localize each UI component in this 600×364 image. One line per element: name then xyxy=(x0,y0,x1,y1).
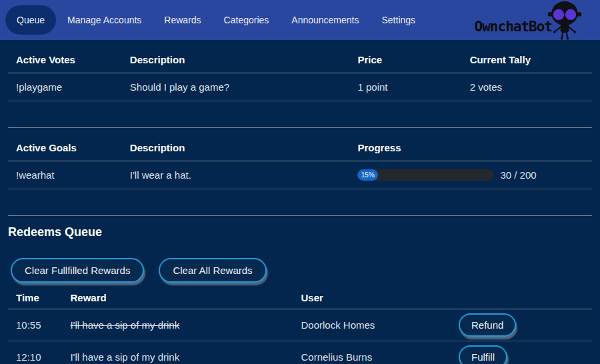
redeem-action-cell: Fulfill xyxy=(451,341,592,364)
redeem-user: Doorlock Homes xyxy=(293,309,451,341)
redeem-user: Cornelius Burns xyxy=(293,341,451,364)
table-row: 12:10 I'll have a sip of my drink Cornel… xyxy=(8,341,592,364)
votes-header-command: Active Votes xyxy=(8,48,122,73)
active-votes-table: Active Votes Description Price Current T… xyxy=(8,48,592,101)
nav-item-queue[interactable]: Queue xyxy=(5,5,56,35)
logo: OwnchatBot xyxy=(475,0,583,40)
redeems-header-row: Time Reward User xyxy=(8,288,592,309)
redeems-queue-table: Time Reward User 10:55 I'll have a sip o… xyxy=(8,288,592,364)
fulfill-button[interactable]: Fulfill xyxy=(459,345,507,364)
vote-tally: 2 votes xyxy=(462,73,592,101)
progress-percent-label: 15% xyxy=(361,172,375,179)
goal-description: I'll wear a hat. xyxy=(122,161,350,189)
nav-item-announcements[interactable]: Announcements xyxy=(280,5,370,35)
redeems-header-user: User xyxy=(293,288,451,309)
section-divider xyxy=(8,215,592,216)
redeem-reward: I'll have a sip of my drink xyxy=(62,309,293,341)
votes-header-row: Active Votes Description Price Current T… xyxy=(8,48,592,73)
redeem-reward: I'll have a sip of my drink xyxy=(62,341,293,364)
vote-command: !playgame xyxy=(8,73,122,101)
vote-description: Should I play a game? xyxy=(122,73,350,101)
redeems-header-time: Time xyxy=(8,288,62,309)
table-row: !wearhat I'll wear a hat. 15% 30 / 200 xyxy=(8,161,592,189)
redeem-time: 12:10 xyxy=(8,341,62,364)
nav-item-categories[interactable]: Categories xyxy=(213,5,281,35)
vote-price: 1 point xyxy=(349,73,461,101)
refund-button[interactable]: Refund xyxy=(459,313,516,337)
votes-header-price: Price xyxy=(349,48,461,73)
section-divider xyxy=(8,127,592,128)
progress-bar-fill: 15% xyxy=(357,169,378,181)
nav-item-manage-accounts[interactable]: Manage Accounts xyxy=(56,5,153,35)
active-goals-table: Active Goals Description Progress !wearh… xyxy=(8,136,592,189)
logo-text: OwnchatBot xyxy=(475,20,552,40)
table-row: !playgame Should I play a game? 1 point … xyxy=(8,73,592,101)
nav-item-rewards[interactable]: Rewards xyxy=(153,5,212,35)
redeems-header-reward: Reward xyxy=(62,288,293,309)
votes-header-tally: Current Tally xyxy=(462,48,592,73)
goals-header-progress: Progress xyxy=(349,136,592,161)
main-content: Active Votes Description Price Current T… xyxy=(8,48,592,364)
goals-header-row: Active Goals Description Progress xyxy=(8,136,592,161)
goal-command: !wearhat xyxy=(8,161,122,189)
table-row: 10:55 I'll have a sip of my drink Doorlo… xyxy=(8,309,592,341)
goal-progress-cell: 15% 30 / 200 xyxy=(349,161,592,189)
goals-header-command: Active Goals xyxy=(8,136,122,161)
votes-header-description: Description xyxy=(122,48,350,73)
progress-count-label: 30 / 200 xyxy=(500,168,536,182)
top-nav: Queue Manage Accounts Rewards Categories… xyxy=(0,0,600,40)
clear-all-rewards-button[interactable]: Clear All Rewards xyxy=(159,258,266,283)
page-title: Redeems Queue xyxy=(8,225,592,239)
progress-bar: 15% xyxy=(357,169,494,181)
redeem-action-cell: Refund xyxy=(451,309,592,341)
goals-header-description: Description xyxy=(122,136,350,161)
clear-fulfilled-rewards-button[interactable]: Clear Fullfilled Rewards xyxy=(11,258,144,283)
redeems-header-action xyxy=(451,288,592,309)
robot-mascot-icon xyxy=(547,0,583,40)
nav-item-settings[interactable]: Settings xyxy=(370,5,427,35)
redeem-time: 10:55 xyxy=(8,309,62,341)
redeems-actions: Clear Fullfilled Rewards Clear All Rewar… xyxy=(8,258,592,283)
